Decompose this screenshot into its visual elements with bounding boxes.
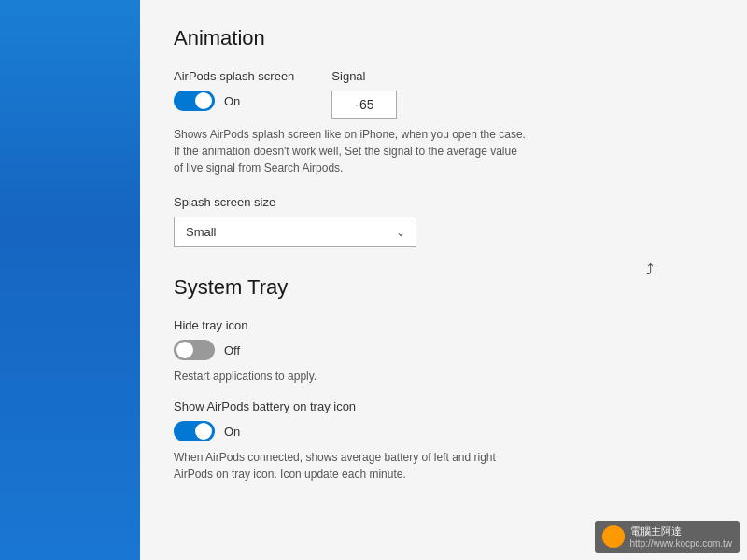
splash-screen-size-section: Splash screen size Small Medium Large ⌄ xyxy=(174,195,713,247)
watermark-url: http://www.kocpc.com.tw xyxy=(630,539,732,549)
battery-description: When AirPods connected, shows average ba… xyxy=(174,449,529,483)
signal-label: Signal xyxy=(331,69,397,83)
splash-screen-size-dropdown-wrapper: Small Medium Large ⌄ xyxy=(174,217,416,247)
hide-tray-toggle-row: Off xyxy=(174,340,713,360)
battery-toggle-row: On xyxy=(174,421,713,441)
sidebar xyxy=(0,0,140,560)
battery-toggle-knob xyxy=(195,423,212,440)
hide-tray-label: Hide tray icon xyxy=(174,318,713,332)
animation-controls-row: AirPods splash screen On Signal -65 xyxy=(174,69,713,119)
signal-input[interactable]: -65 xyxy=(331,91,397,119)
show-battery-label: Show AirPods battery on tray icon xyxy=(174,399,713,413)
airpods-splash-label: AirPods splash screen xyxy=(174,69,294,83)
hide-tray-toggle-text: Off xyxy=(224,343,240,357)
airpods-splash-toggle-knob xyxy=(195,92,212,109)
signal-group: Signal -65 xyxy=(331,69,397,119)
airpods-splash-toggle-text: On xyxy=(224,94,240,108)
airpods-splash-toggle-row: On xyxy=(174,91,294,111)
animation-section-title: Animation xyxy=(174,26,713,50)
animation-description: Shows AirPods splash screen like on iPho… xyxy=(174,126,529,176)
airpods-splash-group: AirPods splash screen On xyxy=(174,69,294,119)
splash-screen-size-dropdown[interactable]: Small Medium Large xyxy=(174,217,416,247)
hide-tray-toggle-knob xyxy=(176,342,193,358)
splash-screen-size-label: Splash screen size xyxy=(174,195,713,209)
watermark-label: 電腦主阿達 xyxy=(630,525,732,539)
battery-toggle-text: On xyxy=(224,425,240,439)
watermark: 電腦主阿達 http://www.kocpc.com.tw xyxy=(595,521,740,553)
watermark-icon xyxy=(602,525,625,548)
system-tray-section-title: System Tray xyxy=(174,275,713,300)
hide-tray-toggle[interactable] xyxy=(174,340,215,360)
airpods-splash-toggle[interactable] xyxy=(174,91,215,111)
main-content: Animation AirPods splash screen On Signa… xyxy=(140,0,747,560)
restart-notice: Restart applications to apply. xyxy=(174,368,529,385)
battery-toggle[interactable] xyxy=(174,421,215,441)
